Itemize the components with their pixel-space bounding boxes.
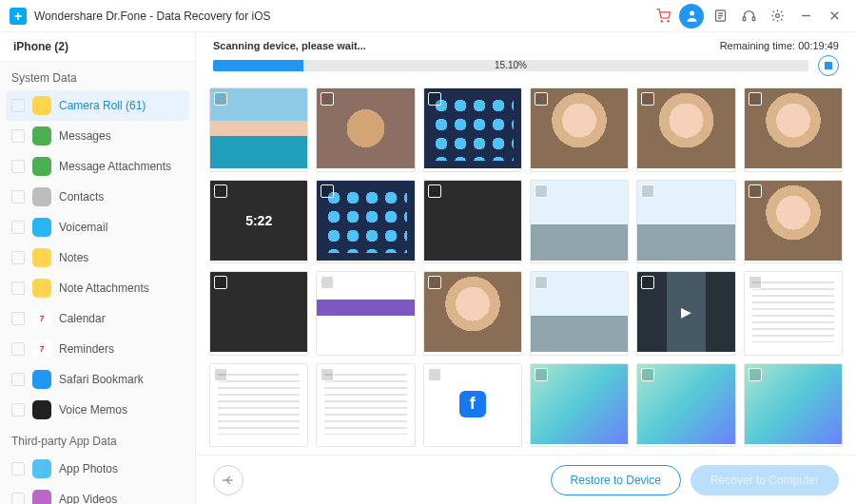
sidebar-item[interactable]: 7Calendar (0, 303, 195, 334)
thumbnail-checkbox[interactable] (428, 92, 441, 106)
thumbnail[interactable]: IMG_0013.JPG (423, 271, 522, 356)
thumbnail-checkbox[interactable] (214, 276, 227, 289)
thumbnail[interactable]: IMG_0003.HEIC (530, 87, 629, 172)
thumbnail[interactable]: IMG_0016.PNG (636, 271, 735, 356)
thumbnail[interactable] (423, 363, 522, 448)
sidebar-item[interactable]: Voicemail (0, 212, 195, 242)
thumbnail[interactable]: 5:22146865.3...8..PNG (209, 180, 308, 264)
thumbnail-checkbox[interactable] (749, 276, 762, 289)
thumbnail-checkbox[interactable] (214, 368, 227, 381)
thumbnail[interactable]: IMG_0009.PNG (636, 180, 735, 264)
thumbnail-checkbox[interactable] (428, 184, 441, 198)
thumbnail[interactable] (636, 363, 735, 448)
checkbox[interactable] (11, 281, 25, 295)
thumbnail-checkbox[interactable] (321, 92, 334, 106)
thumbnail-checkbox[interactable] (535, 92, 548, 106)
restore-button[interactable]: Restore to Device (551, 465, 681, 495)
stop-button[interactable] (818, 55, 839, 76)
thumbnail[interactable]: IMG_0011.PNG (209, 271, 308, 356)
svg-rect-5 (752, 17, 755, 21)
thumbnail[interactable]: IMG_0001.PNG (423, 87, 522, 172)
checkbox[interactable] (11, 312, 25, 325)
thumbnail-checkbox[interactable] (321, 368, 334, 381)
category-icon (32, 218, 51, 237)
section-system-data: System Data (0, 62, 195, 90)
thumbnail[interactable]: 52A04D8...A..HEIC (316, 87, 415, 172)
category-icon (32, 96, 51, 115)
svg-point-1 (667, 21, 668, 22)
checkbox[interactable] (11, 462, 25, 475)
sidebar-item[interactable]: Contacts (0, 182, 195, 212)
checkbox[interactable] (11, 493, 25, 504)
progress-bar: 15.10% (213, 60, 808, 71)
thumbnail-label: IMG_0006.PNG (317, 261, 414, 264)
thumbnail[interactable]: IMG_0015.PNG (530, 271, 629, 356)
thumbnail[interactable]: IMG_0004.HEIC (636, 87, 735, 172)
checkbox[interactable] (11, 190, 25, 204)
svg-point-2 (690, 11, 694, 16)
thumbnail[interactable] (209, 363, 308, 448)
headset-icon[interactable] (736, 4, 761, 29)
thumbnail-checkbox[interactable] (321, 184, 334, 198)
thumbnail-checkbox[interactable] (641, 368, 654, 381)
checkbox[interactable] (11, 221, 25, 234)
user-icon[interactable] (679, 4, 704, 29)
checkbox[interactable] (11, 403, 25, 417)
thumbnail-checkbox[interactable] (535, 368, 548, 381)
gear-icon[interactable] (765, 4, 789, 29)
thumbnail-checkbox[interactable] (428, 276, 441, 289)
thumbnail-checkbox[interactable] (749, 92, 762, 106)
thumbnail-checkbox[interactable] (749, 184, 762, 198)
thumbnail[interactable] (530, 363, 629, 448)
thumbnail[interactable]: IMG_0005.MOV (744, 87, 843, 172)
thumbnail-checkbox[interactable] (641, 92, 654, 106)
thumbnail[interactable]: IMG_0014.MP4 (209, 87, 308, 172)
thumbnail[interactable]: IMG_0010.PNG (744, 180, 843, 264)
device-name[interactable]: iPhone (2) (0, 32, 195, 62)
checkbox[interactable] (11, 373, 25, 386)
sidebar-item[interactable]: App Photos (0, 454, 195, 484)
thumbnail-checkbox[interactable] (428, 368, 441, 381)
checkbox[interactable] (11, 251, 25, 264)
thumbnail-checkbox[interactable] (214, 92, 227, 106)
checkbox[interactable] (11, 129, 25, 143)
thumbnail-checkbox[interactable] (535, 184, 548, 198)
footer: Restore to Device Recover to Computer (196, 455, 856, 504)
thumbnail-checkbox[interactable] (749, 368, 762, 381)
thumbnail[interactable] (744, 363, 843, 448)
sidebar-item-label: Contacts (59, 190, 104, 204)
thumbnail[interactable]: IMG_0008.JPG (530, 180, 629, 264)
sidebar-item[interactable]: Message Attachments (0, 151, 195, 182)
section-third-party: Third-party App Data (0, 425, 195, 454)
thumbnail[interactable]: 170214...8..PNG (744, 271, 843, 356)
thumbnail-checkbox[interactable] (641, 276, 654, 289)
sidebar-item[interactable]: Note Attachments (0, 273, 195, 303)
sidebar-item[interactable]: 7Reminders (0, 334, 195, 364)
sidebar-item[interactable]: Safari Bookmark (0, 364, 195, 395)
thumbnail[interactable] (316, 363, 415, 448)
close-icon[interactable] (822, 4, 846, 29)
sidebar-item[interactable]: Camera Roll (61) (6, 90, 189, 121)
thumbnail-checkbox[interactable] (535, 276, 548, 289)
sidebar-item[interactable]: Messages (0, 121, 195, 151)
feedback-icon[interactable] (708, 4, 732, 29)
back-button[interactable] (213, 465, 243, 495)
thumbnail-checkbox[interactable] (321, 276, 334, 289)
checkbox[interactable] (11, 342, 25, 356)
minimize-icon[interactable] (793, 4, 818, 29)
sidebar-item[interactable]: App Videos (0, 484, 195, 504)
sidebar-item[interactable]: Voice Memos (0, 395, 195, 425)
recover-button[interactable]: Recover to Computer (691, 465, 839, 495)
thumbnail-checkbox[interactable] (214, 184, 227, 198)
thumbnail[interactable]: IMG_0012.PNG (316, 271, 415, 356)
sidebar-item-label: App Videos (59, 493, 117, 504)
checkbox[interactable] (11, 160, 25, 173)
thumbnail[interactable]: IMG_0006.PNG (316, 180, 415, 264)
thumbnail[interactable]: IMG_0007.PNG (423, 180, 522, 264)
checkbox[interactable] (11, 99, 25, 112)
thumbnail-label: 146865.3...8..PNG (210, 261, 307, 264)
remaining-time: Remaining time: 00:19:49 (720, 40, 839, 51)
cart-icon[interactable] (651, 4, 675, 29)
thumbnail-checkbox[interactable] (641, 184, 654, 198)
sidebar-item[interactable]: Notes (0, 242, 195, 273)
